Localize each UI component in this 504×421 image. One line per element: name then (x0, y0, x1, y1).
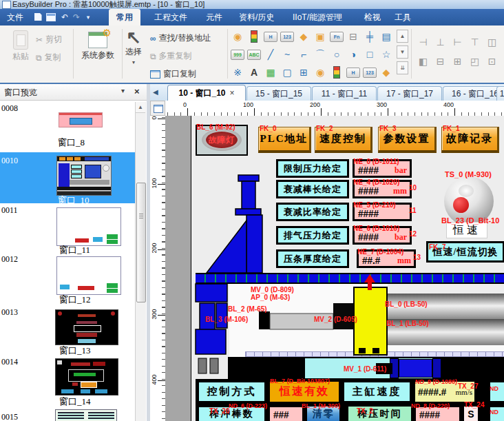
ribbon-tab-project[interactable]: 工程文件 (147, 9, 195, 25)
stroke-count-value[interactable]: ### (268, 405, 304, 421)
ribbon-tab-home[interactable]: 常用 (109, 9, 140, 25)
shape-icon[interactable]: ▢ (279, 63, 295, 81)
align-center-h-icon[interactable]: ⊥ (432, 32, 449, 51)
align-top-icon[interactable]: ⊤ (466, 32, 483, 51)
ascii-input-icon[interactable]: 123 (361, 63, 378, 81)
design-canvas[interactable]: 故障灯 BL_6 (M-92) PLC地址 FK_0 速度控制 FK_2 参数设… (191, 116, 504, 421)
tab-close-icon[interactable]: × (230, 88, 235, 98)
numeric-display-icon[interactable]: 999 (229, 45, 246, 63)
main-cylinder-speed-label[interactable]: 主缸速度 (342, 380, 412, 403)
setpoint-button[interactable]: 衰减棒长给定 (276, 180, 349, 198)
window-label[interactable]: 窗口_11 (59, 244, 90, 256)
select-dropdown-icon[interactable]: ▾ (132, 59, 135, 65)
slider-icon[interactable]: ╪ (361, 28, 378, 45)
toolbox-scroll-page-icon[interactable]: ⇊ (397, 61, 408, 74)
circle-icon[interactable]: ○ (328, 45, 345, 63)
direct-window-icon[interactable]: ▣ (312, 28, 328, 45)
window-thumbnail[interactable] (56, 256, 121, 295)
export-icon[interactable] (45, 12, 56, 22)
distribute-h-icon[interactable]: ◰ (466, 52, 483, 70)
setpoint-button[interactable]: 衰减比率给定 (276, 203, 349, 221)
ribbon-tab-data-history[interactable]: 资料/历史 (231, 9, 282, 25)
window-label[interactable]: 窗口_13 (59, 345, 91, 357)
make-same-size-icon[interactable]: ⊞ (449, 52, 466, 70)
ribbon-tab-view[interactable]: 检视 (357, 9, 388, 25)
arc-icon[interactable]: ⌒ (312, 45, 328, 63)
toolbox-scroll-down-icon[interactable]: ▼ (397, 45, 408, 59)
window-thumbnail[interactable] (55, 409, 117, 421)
set-bit-icon[interactable]: H (262, 28, 279, 45)
ribbon-tab-tools[interactable]: 工具 (387, 9, 419, 25)
window-label[interactable]: 窗口_14 (59, 396, 91, 408)
align-middle-icon[interactable]: ◫ (483, 32, 501, 51)
freehand-icon[interactable]: ~ (279, 45, 295, 63)
toolbox-scroll-up-icon[interactable]: ▲ (397, 30, 408, 43)
align-left-icon[interactable]: ⊣ (414, 32, 432, 51)
redo-icon[interactable]: ↷ (71, 12, 82, 22)
editor-tab-window-15[interactable]: 15 - 窗口_15 (246, 86, 311, 101)
cut-button[interactable]: ✂ 剪切 (36, 34, 62, 45)
picture-icon[interactable]: ▦ (262, 63, 279, 81)
window-label[interactable]: 窗口_12 (59, 294, 91, 306)
window-thumbnail[interactable] (55, 358, 118, 396)
tab-scroll-left-icon[interactable]: ◀ (153, 88, 158, 96)
sidebar-scrollbar[interactable]: ▲ (135, 102, 146, 421)
setpoint-button[interactable]: 限制压力给定 (276, 159, 349, 178)
control-mode-label[interactable]: 控制方式 (197, 380, 266, 403)
multi-state-lamp-icon[interactable] (246, 28, 262, 45)
save-icon[interactable] (32, 12, 43, 22)
window-copy-button[interactable]: 窗口复制 (150, 68, 196, 80)
star-icon[interactable]: ☆ (378, 45, 395, 63)
function-key-icon[interactable]: Fn (328, 28, 345, 45)
numeric-input-icon[interactable]: H (345, 63, 361, 81)
select-button[interactable]: ↖ 选择 ▾ (125, 30, 142, 65)
scrollbar-up-icon[interactable]: ▲ (136, 102, 145, 113)
paste-button[interactable]: 粘贴 (12, 30, 29, 63)
polyline-icon[interactable]: ⌐ (295, 45, 312, 63)
scale-icon[interactable]: ※ (229, 63, 246, 81)
undo-icon[interactable]: ↶ (59, 12, 70, 22)
make-same-width-icon[interactable]: ◧ (414, 52, 432, 70)
distribute-v-icon[interactable]: ⊡ (483, 52, 501, 70)
ascii-display-icon[interactable]: ABC (246, 45, 262, 63)
table-icon[interactable]: ⊞ (295, 63, 312, 81)
indicator-lamp-icon[interactable]: ◉ (312, 63, 328, 81)
setpoint-button[interactable]: 排气压力给定 (276, 226, 349, 245)
editor-tab-window-16[interactable]: 16 - 窗口_16 (443, 86, 504, 101)
option-list-icon[interactable]: ▤ (378, 28, 395, 45)
file-menu[interactable]: 文件 (7, 12, 23, 23)
editor-tab-window-10[interactable]: 10 - 窗口_10 × (167, 85, 246, 101)
copy-button[interactable]: ⧉ 复制 (36, 52, 61, 63)
window-thumbnail[interactable] (59, 112, 103, 127)
text-icon[interactable]: A (246, 63, 262, 81)
window-thumbnail[interactable] (56, 207, 121, 246)
qat-dropdown-icon[interactable]: ▾ (83, 12, 94, 22)
pie-icon[interactable]: ◑ (345, 45, 361, 63)
align-right-icon[interactable]: ⊢ (449, 32, 466, 51)
multi-state-lamp2-icon[interactable] (328, 63, 345, 81)
editor-tab-window-17[interactable]: 17 - 窗口_17 (377, 86, 442, 101)
editor-tab-window-11[interactable]: 11 - 窗口_11 (312, 86, 377, 101)
editor-tab-partial[interactable]: 1 (496, 86, 504, 101)
rectangle-icon[interactable]: □ (361, 45, 378, 63)
scrollbar-thumb[interactable] (136, 183, 146, 302)
toolbar-icon[interactable]: ⊟ (345, 28, 361, 45)
make-same-height-icon[interactable]: ⊟ (432, 52, 449, 70)
find-replace-address-button[interactable]: ∞ 查找/替换地址 (150, 32, 211, 44)
gif-object-icon[interactable]: ◆ (295, 28, 312, 45)
ribbon-tab-iiot-energy[interactable]: IIoT/能源管理 (285, 9, 350, 25)
window-thumbnail[interactable] (55, 309, 118, 345)
system-parameters-button[interactable]: ⚙ 系统参数 (81, 32, 114, 61)
multi-copy-button[interactable]: ⧉ 多重复制 (150, 50, 192, 62)
panel-close-icon[interactable]: × (134, 86, 140, 96)
window-label[interactable]: 窗口_8 (58, 136, 85, 149)
setpoint-button[interactable]: 压条厚度给定 (276, 249, 349, 268)
panel-collapse-icon[interactable]: ▾ (121, 87, 125, 94)
window-thumbnail[interactable] (56, 156, 112, 196)
window-label[interactable]: 窗口_10 (58, 194, 90, 207)
line-icon[interactable]: ╱ (262, 45, 279, 63)
bit-lamp-icon[interactable]: ◉ (229, 28, 246, 45)
set-word-icon[interactable]: 123 (279, 28, 295, 45)
gif-object2-icon[interactable]: ◆ (378, 63, 395, 81)
ribbon-tab-object[interactable]: 元件 (198, 9, 230, 25)
